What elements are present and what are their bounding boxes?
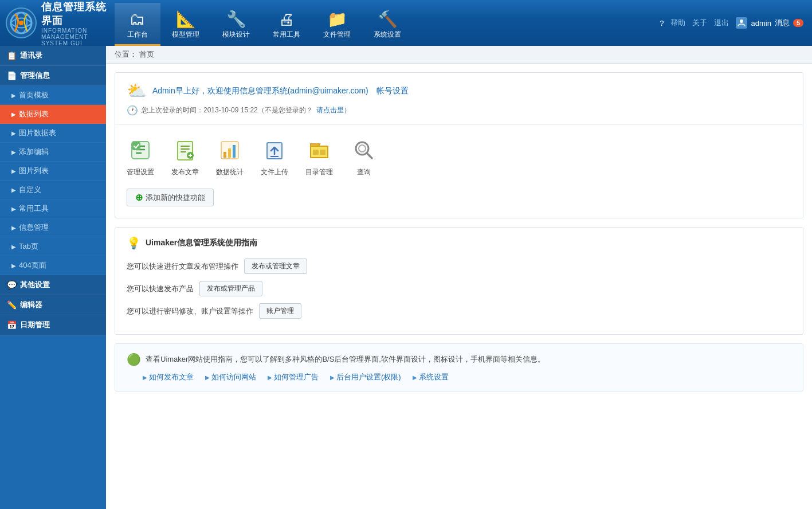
- guide-title: Uimaker信息管理系统使用指南: [146, 238, 257, 248]
- logo-icon: [6, 7, 37, 38]
- nav-tabs: 🗂 工作台 📐 模型管理 🔧 模块设计 🖨 常用工具 📁 文件管理 🔨 系统设置: [115, 0, 660, 46]
- other-settings-section-icon: 💬: [7, 280, 17, 289]
- nav-tab-files[interactable]: 📁 文件管理: [312, 3, 362, 46]
- about-link[interactable]: 关于: [692, 18, 707, 28]
- message-label[interactable]: 消息: [775, 18, 790, 28]
- guide-row-text-0: 您可以快速进行文章发布管理操作: [127, 261, 238, 272]
- info-link-4[interactable]: 系统设置: [413, 372, 449, 382]
- user-area: admin 消息 5: [736, 17, 803, 29]
- greeting-text: Admin早上好，欢迎使用信息管理系统(admin@uimaker.com): [152, 86, 368, 95]
- message-badge[interactable]: 5: [793, 19, 803, 27]
- welcome-greeting-row: ⛅ Admin早上好，欢迎使用信息管理系统(admin@uimaker.com)…: [127, 81, 409, 100]
- info-links: 如何发布文章如何访问网站如何管理广告后台用户设置(权限)系统设置: [127, 372, 791, 382]
- info-link-0[interactable]: 如何发布文章: [143, 372, 194, 382]
- manage-settings-icon: [127, 136, 154, 164]
- nav-tab-model[interactable]: 📐 模型管理: [160, 3, 211, 46]
- info-text-row: 🟢 查看Uimaker网站使用指南，您可以了解到多种风格的B/S后台管理界面,软…: [127, 353, 791, 366]
- image-data-table-label: 图片数据表: [19, 128, 56, 138]
- guide-btn-2[interactable]: 账户管理: [259, 303, 301, 319]
- sidebar-item-home-template[interactable]: ▶首页模板: [0, 86, 106, 105]
- dir-mgmt-label: 目录管理: [305, 167, 333, 177]
- sidebar-item-404-page[interactable]: ▶404页面: [0, 256, 106, 275]
- sidebar-section-mgmt-info[interactable]: 📄管理信息: [0, 66, 106, 86]
- sidebar-section-date-mgmt[interactable]: 📅日期管理: [0, 315, 106, 335]
- welcome-section: ⛅ Admin早上好，欢迎使用信息管理系统(admin@uimaker.com)…: [115, 72, 803, 218]
- quick-action-publish-article[interactable]: 发布文章: [171, 136, 199, 177]
- query-icon: [350, 136, 378, 164]
- sidebar-section-other-settings[interactable]: 💬其他设置: [0, 275, 106, 295]
- svg-point-4: [740, 19, 743, 23]
- home-template-label: 首页模板: [19, 90, 49, 100]
- address-book-section-label: 通讯录: [20, 50, 42, 61]
- sidebar-item-common-tools[interactable]: ▶常用工具: [0, 199, 106, 218]
- svg-rect-15: [313, 150, 319, 155]
- nav-tab-workbench[interactable]: 🗂 工作台: [115, 3, 160, 46]
- quick-actions: 管理设置 发布文章 数据统计 文件上传 目录管理 查询 ⊕ 添加新的快捷功能: [115, 125, 803, 218]
- guide-btn-0[interactable]: 发布或管理文章: [244, 259, 307, 274]
- data-stats-icon: [216, 136, 244, 164]
- sidebar-item-image-list[interactable]: ▶图片列表: [0, 162, 106, 181]
- login-time-row: 🕐 您上次登录的时间：2013-10-09 15:22（不是您登录的？ 请点击里…: [127, 105, 351, 116]
- guide-row-0: 您可以快速进行文章发布管理操作 发布或管理文章: [127, 259, 791, 274]
- logo-sub-title: INFORMATION MANAGEMENT SYSTEM GUI: [41, 28, 115, 46]
- editor-section-icon: ✏️: [7, 300, 17, 310]
- quick-action-manage-settings[interactable]: 管理设置: [127, 136, 154, 177]
- weather-icon: ⛅: [127, 81, 147, 100]
- quick-action-dir-mgmt[interactable]: 目录管理: [305, 136, 333, 177]
- quick-action-query[interactable]: 查询: [350, 136, 378, 177]
- account-link[interactable]: 帐号设置: [376, 86, 409, 95]
- add-edit-arrow: ▶: [11, 149, 16, 155]
- nav-tab-tools[interactable]: 🖨 常用工具: [261, 3, 312, 46]
- username[interactable]: admin: [751, 19, 771, 28]
- bulb-icon: 💡: [127, 236, 141, 250]
- user-icon: [736, 17, 747, 29]
- svg-rect-11: [228, 148, 231, 158]
- sidebar-item-image-data-table[interactable]: ▶图片数据表: [0, 124, 106, 143]
- workbench-label: 工作台: [127, 30, 148, 40]
- tab-page-arrow: ▶: [11, 244, 16, 250]
- logo-area: 信息管理系统界面 INFORMATION MANAGEMENT SYSTEM G…: [0, 0, 115, 46]
- sidebar-item-data-list[interactable]: ▶数据列表: [0, 105, 106, 124]
- sidebar-item-custom[interactable]: ▶自定义: [0, 181, 106, 199]
- tools-label: 常用工具: [273, 30, 300, 40]
- sidebar-section-address-book[interactable]: 📋通讯录: [0, 46, 106, 66]
- guide-header: 💡 Uimaker信息管理系统使用指南: [127, 236, 791, 250]
- guide-row-text-2: 您可以进行密码修改、账户设置等操作: [127, 306, 253, 316]
- file-upload-icon: [261, 136, 288, 164]
- workbench-icon: 🗂: [130, 10, 146, 29]
- common-tools-label: 常用工具: [19, 203, 49, 214]
- guide-row-text-1: 您可以快速发布产品: [127, 284, 194, 294]
- guide-section: 💡 Uimaker信息管理系统使用指南 您可以快速进行文章发布管理操作 发布或管…: [115, 227, 803, 335]
- guide-btn-1[interactable]: 发布或管理产品: [199, 281, 262, 296]
- info-section: 🟢 查看Uimaker网站使用指南，您可以了解到多种风格的B/S后台管理界面,软…: [115, 343, 803, 391]
- guide-row-1: 您可以快速发布产品 发布或管理产品: [127, 281, 791, 296]
- nav-tab-module[interactable]: 🔧 模块设计: [211, 3, 261, 46]
- svg-rect-10: [223, 152, 226, 158]
- sidebar: 📋通讯录📄管理信息▶首页模板▶数据列表▶图片数据表▶添加编辑▶图片列表▶自定义▶…: [0, 46, 106, 509]
- model-label: 模型管理: [172, 30, 199, 40]
- sidebar-item-tab-page[interactable]: ▶Tab页: [0, 237, 106, 256]
- add-shortcut-button[interactable]: ⊕ 添加新的快捷功能: [127, 189, 214, 206]
- right-panel: 位置： 首页 ⛅ Admin早上好，欢迎使用信息管理系统(admin@uimak…: [106, 46, 812, 509]
- help-link[interactable]: 帮助: [670, 18, 685, 28]
- sidebar-item-info-mgmt[interactable]: ▶信息管理: [0, 218, 106, 237]
- settings-icon: 🔨: [378, 10, 398, 29]
- info-link-2[interactable]: 如何管理广告: [268, 372, 319, 382]
- sidebar-section-editor[interactable]: ✏️编辑器: [0, 295, 106, 315]
- svg-point-3: [19, 21, 23, 25]
- svg-rect-12: [233, 145, 236, 158]
- quick-action-data-stats[interactable]: 数据统计: [216, 136, 244, 177]
- breadcrumb-bar: 位置： 首页: [106, 46, 812, 64]
- publish-article-label: 发布文章: [171, 167, 199, 177]
- info-link-1[interactable]: 如何访问网站: [205, 372, 256, 382]
- nav-tab-settings[interactable]: 🔨 系统设置: [362, 3, 413, 46]
- info-link-3[interactable]: 后台用户设置(权限): [330, 372, 401, 382]
- welcome-text: Admin早上好，欢迎使用信息管理系统(admin@uimaker.com) 帐…: [152, 86, 409, 96]
- sidebar-item-add-edit[interactable]: ▶添加编辑: [0, 143, 106, 162]
- data-list-arrow: ▶: [11, 111, 16, 118]
- other-settings-section-label: 其他设置: [20, 280, 50, 290]
- info-mgmt-label: 信息管理: [19, 222, 49, 233]
- logout-link[interactable]: 退出: [714, 18, 729, 28]
- quick-action-file-upload[interactable]: 文件上传: [261, 136, 288, 177]
- click-here-link[interactable]: 请点击里）: [316, 105, 351, 115]
